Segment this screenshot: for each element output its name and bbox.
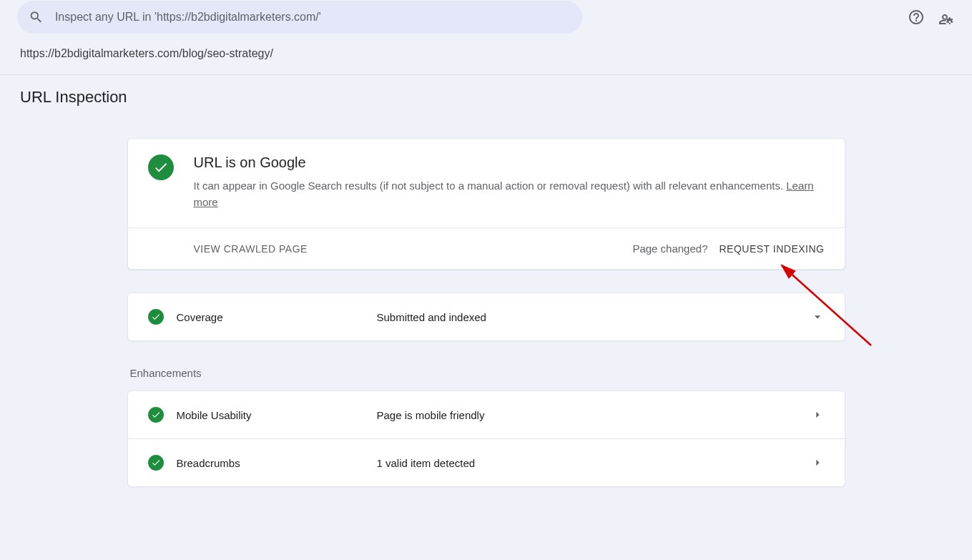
coverage-value: Submitted and indexed — [377, 311, 486, 323]
status-card: URL is on Google It can appear in Google… — [127, 138, 845, 270]
row-label: Mobile Usability — [177, 409, 377, 421]
coverage-card: Coverage Submitted and indexed — [127, 293, 845, 341]
inspected-url: https://b2bdigitalmarketers.com/blog/seo… — [0, 34, 972, 75]
enhancements-heading: Enhancements — [130, 367, 845, 379]
search-input[interactable] — [55, 11, 571, 24]
row-value: Page is mobile friendly — [377, 409, 485, 421]
chevron-right-icon — [810, 456, 825, 470]
help-icon[interactable] — [908, 9, 925, 26]
check-icon — [148, 455, 164, 471]
status-description: It can appear in Google Search results (… — [194, 178, 825, 210]
search-icon — [29, 9, 44, 25]
view-crawled-page-button[interactable]: VIEW CRAWLED PAGE — [194, 243, 308, 255]
row-value: 1 valid item detected — [377, 457, 476, 469]
page-title: URL Inspection — [0, 75, 972, 107]
row-label: Breadcrumbs — [177, 457, 377, 469]
request-indexing-button[interactable]: REQUEST INDEXING — [720, 243, 825, 255]
chevron-right-icon — [810, 408, 825, 422]
chevron-down-icon — [810, 310, 825, 324]
check-icon — [148, 309, 164, 325]
check-icon — [148, 154, 174, 180]
page-changed-label: Page changed? — [632, 242, 707, 255]
coverage-row[interactable]: Coverage Submitted and indexed — [128, 293, 845, 340]
user-settings-icon[interactable] — [938, 9, 955, 26]
mobile-usability-row[interactable]: Mobile Usability Page is mobile friendly — [128, 391, 845, 438]
breadcrumbs-row[interactable]: Breadcrumbs 1 valid item detected — [128, 438, 845, 486]
coverage-label: Coverage — [177, 311, 377, 323]
enhancements-card: Mobile Usability Page is mobile friendly… — [127, 390, 845, 487]
status-heading: URL is on Google — [194, 154, 825, 171]
check-icon — [148, 407, 164, 423]
search-bar[interactable] — [17, 1, 582, 34]
